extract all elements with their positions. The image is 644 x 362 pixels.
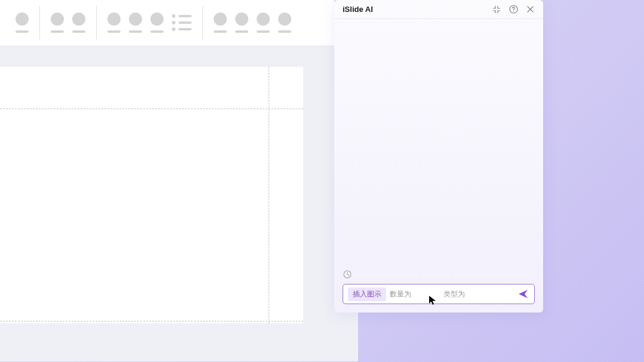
list-line-placeholder [178,21,192,24]
send-icon [518,289,529,299]
ribbon-icon-placeholder [278,13,291,26]
history-button[interactable] [343,270,352,279]
list-bullet-icon [172,27,175,31]
ribbon-icon-placeholder [72,13,85,26]
ribbon-label-placeholder [257,30,270,33]
ribbon-group-3 [97,6,203,39]
list-bullet-icon [172,21,175,24]
ribbon-item[interactable] [16,13,29,33]
ribbon-item[interactable] [51,13,64,33]
slide-canvas[interactable] [0,45,358,361]
ribbon-label-placeholder [150,30,164,33]
ribbon-item[interactable] [107,13,121,33]
panel-controls [492,5,535,14]
ribbon-label-placeholder [16,30,29,33]
close-icon [526,5,534,13]
ribbon-icon-placeholder [235,13,248,26]
ribbon-item[interactable] [235,13,248,33]
ribbon-icon-placeholder [107,13,121,26]
history-row [343,270,535,279]
ribbon-label-placeholder [51,30,64,33]
ribbon-group-4 [203,6,302,39]
panel-body [334,19,543,264]
ribbon-label-placeholder [214,30,227,33]
quantity-label: 数量为 [390,289,411,299]
ribbon-label-placeholder [235,30,248,33]
ribbon-group-1 [5,6,40,39]
type-label: 类型为 [443,289,465,299]
slide-guide-horizontal [0,109,303,109]
svg-point-1 [513,11,513,11]
ribbon-label-placeholder [278,30,291,33]
ai-panel: iSlide AI [334,0,543,313]
ribbon-icon-placeholder [214,13,227,26]
ribbon-icon-placeholder [51,13,64,26]
ribbon-item[interactable] [257,13,270,33]
slide[interactable] [0,67,303,323]
help-button[interactable] [509,5,518,14]
ribbon-item[interactable] [129,13,142,33]
slide-guide-horizontal [0,321,303,321]
list-bullet-icon [172,14,175,18]
ribbon-item[interactable] [72,13,85,33]
clock-icon [343,270,352,279]
ribbon-item[interactable] [278,13,291,33]
slide-guide-vertical [269,67,269,323]
action-chip[interactable]: 插入图示 [348,287,386,301]
panel-title: iSlide AI [343,5,373,14]
ribbon-group-2 [40,6,97,39]
send-button[interactable] [517,287,529,301]
ribbon-label-placeholder [107,30,121,33]
minimize-icon [492,5,501,14]
ribbon-list-item[interactable] [172,14,192,31]
ribbon-label-placeholder [72,30,85,33]
minimize-button[interactable] [492,5,501,14]
panel-footer: 插入图示 数量为 类型为 [334,264,543,313]
panel-header: iSlide AI [334,0,543,19]
input-bar[interactable]: 插入图示 数量为 类型为 [343,284,535,304]
ribbon-toolbar [0,0,334,45]
type-input[interactable] [469,288,510,300]
close-button[interactable] [525,5,535,14]
ribbon-icon-placeholder [129,13,142,26]
ribbon-item[interactable] [150,13,164,33]
list-line-placeholder [178,15,192,17]
ribbon-item[interactable] [214,13,227,33]
ribbon-label-placeholder [129,30,142,33]
list-line-placeholder [178,28,192,30]
ribbon-icon-placeholder [16,13,29,26]
help-icon [509,5,518,14]
ribbon-icon-placeholder [257,13,270,26]
quantity-input[interactable] [415,288,440,300]
ribbon-icon-placeholder [150,13,164,26]
